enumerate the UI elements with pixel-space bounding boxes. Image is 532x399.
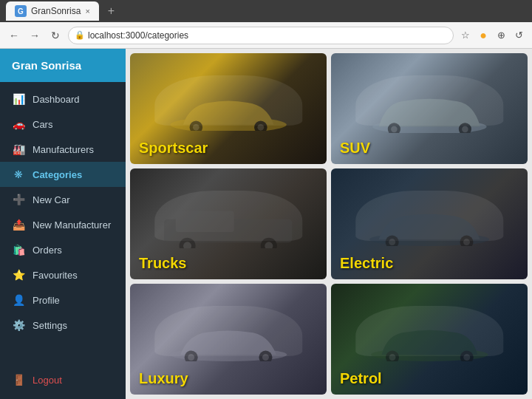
main-content: Sportscar SUV [126, 49, 532, 399]
new-manufacturer-icon: 📤 [12, 219, 25, 231]
luxury-svg [154, 321, 303, 361]
address-url[interactable]: localhost:3000/categories [88, 30, 188, 41]
profile-nav-icon: 👤 [12, 294, 25, 306]
browser-favicon: G [15, 5, 27, 17]
svg-point-9 [462, 126, 468, 133]
bookmark-icon[interactable]: ☆ [458, 28, 473, 43]
svg-point-29 [389, 354, 395, 361]
browser-tab[interactable]: G GranSonrisa × [6, 1, 99, 21]
menu-icon[interactable]: ↺ [511, 28, 526, 43]
sidebar-item-label-settings: Settings [33, 320, 67, 331]
sidebar-item-label-new-car: New Car [33, 194, 70, 205]
sidebar-item-manufacturers[interactable]: 🏭 Manufacturers [0, 137, 126, 162]
orders-icon: 🛍️ [12, 244, 25, 256]
sidebar-item-settings[interactable]: ⚙️ Settings [0, 313, 126, 338]
new-tab-button[interactable]: + [105, 4, 117, 18]
categories-grid: Sportscar SUV [126, 49, 532, 399]
sidebar-nav: 📊 Dashboard 🚗 Cars 🏭 Manufacturers ❋ Cat… [0, 82, 126, 399]
sidebar-item-new-car[interactable]: ➕ New Car [0, 187, 126, 212]
category-label-luxury: Luxury [139, 370, 188, 387]
svg-point-3 [193, 123, 200, 130]
categories-icon: ❋ [12, 168, 25, 180]
tab-title: GranSonrisa [31, 6, 81, 16]
new-car-icon: ➕ [12, 194, 25, 205]
svg-point-24 [188, 354, 194, 361]
sidebar-item-orders[interactable]: 🛍️ Orders [0, 237, 126, 262]
category-card-luxury[interactable]: Luxury [130, 284, 327, 395]
sidebar-item-categories[interactable]: ❋ Categories [0, 162, 126, 187]
sidebar-item-label-manufacturers: Manufacturers [33, 144, 94, 155]
logout-icon: 🚪 [12, 374, 25, 386]
svg-point-25 [262, 354, 269, 361]
category-card-electric[interactable]: Electric [331, 168, 528, 279]
extension-icon[interactable]: ⊕ [494, 28, 508, 43]
tab-close-button[interactable]: × [85, 7, 89, 16]
sidebar-item-label-new-manufacturer: New Manufacturer [33, 219, 111, 231]
sidebar-header: Gran Sonrisa [0, 49, 126, 82]
sidebar: Gran Sonrisa 📊 Dashboard 🚗 Cars 🏭 Manufa… [0, 49, 126, 399]
sidebar-item-label-dashboard: Dashboard [33, 94, 80, 105]
cars-icon: 🚗 [12, 118, 25, 130]
favourites-icon: ⭐ [12, 269, 25, 281]
forward-button[interactable]: → [27, 27, 43, 44]
sidebar-item-new-manufacturer[interactable]: 📤 New Manufacturer [0, 212, 126, 237]
browser-titlebar: G GranSonrisa × + [0, 0, 532, 22]
trucks-svg [140, 202, 316, 248]
petrol-svg [351, 321, 508, 361]
address-bar-container: 🔒 localhost:3000/categories [68, 27, 454, 44]
svg-point-19 [389, 239, 395, 245]
suv-svg [351, 89, 508, 133]
sidebar-item-cars[interactable]: 🚗 Cars [0, 112, 126, 137]
settings-icon: ⚙️ [12, 319, 25, 331]
sidebar-item-label-logout: Logout [33, 375, 62, 386]
svg-rect-11 [176, 211, 234, 232]
category-card-trucks[interactable]: Trucks [130, 168, 327, 279]
browser-toolbar: ← → ↻ 🔒 localhost:3000/categories ☆ ● ⊕ … [0, 22, 532, 49]
app-title: Gran Sonrisa [12, 59, 81, 72]
svg-point-8 [391, 126, 398, 133]
reload-button[interactable]: ↻ [47, 27, 64, 44]
sidebar-item-label-orders: Orders [33, 245, 62, 256]
sidebar-item-logout[interactable]: 🚪 Logout [0, 367, 126, 395]
svg-point-20 [463, 239, 470, 245]
svg-point-4 [257, 123, 264, 130]
category-label-petrol: Petrol [340, 370, 382, 387]
address-lock-icon: 🔒 [75, 30, 85, 40]
dashboard-icon: 📊 [12, 93, 25, 105]
category-label-electric: Electric [340, 255, 393, 272]
sidebar-item-dashboard[interactable]: 📊 Dashboard [0, 86, 126, 112]
browser-chrome: G GranSonrisa × + ← → ↻ 🔒 localhost:3000… [0, 0, 532, 49]
toolbar-icons: ☆ ● ⊕ ↺ [458, 28, 526, 43]
svg-point-30 [463, 354, 470, 361]
category-card-sportscar[interactable]: Sportscar [130, 53, 327, 164]
sportscar-svg [160, 92, 297, 132]
sidebar-item-label-favourites: Favourites [33, 270, 78, 281]
profile-icon[interactable]: ● [476, 28, 491, 43]
manufacturers-icon: 🏭 [12, 143, 25, 155]
category-card-petrol[interactable]: Petrol [331, 284, 528, 395]
sidebar-item-label-cars: Cars [33, 119, 52, 130]
category-card-suv[interactable]: SUV [331, 53, 528, 164]
sidebar-item-label-profile: Profile [33, 295, 60, 306]
electric-svg [355, 206, 504, 246]
sidebar-item-profile[interactable]: 👤 Profile [0, 287, 126, 313]
back-button[interactable]: ← [6, 27, 22, 44]
category-label-trucks: Trucks [139, 255, 186, 272]
category-label-suv: SUV [340, 140, 370, 157]
category-label-sportscar: Sportscar [139, 140, 208, 157]
app-layout: Gran Sonrisa 📊 Dashboard 🚗 Cars 🏭 Manufa… [0, 49, 532, 399]
sidebar-item-favourites[interactable]: ⭐ Favourites [0, 262, 126, 287]
sidebar-item-label-categories: Categories [33, 169, 82, 180]
